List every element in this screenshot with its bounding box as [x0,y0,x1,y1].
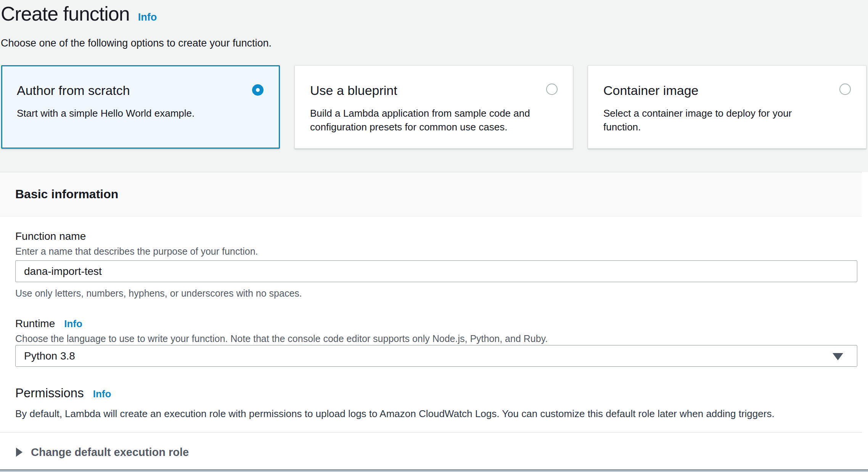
footer-top-edge [0,469,868,472]
runtime-info-link[interactable]: Info [64,318,82,330]
option-card-description: Select a container image to deploy for y… [603,106,851,134]
option-card-use-a-blueprint[interactable]: Use a blueprint Build a Lambda applicati… [294,65,573,149]
option-card-title: Author from scratch [17,83,130,98]
option-card-title: Container image [603,83,698,98]
permissions-description: By default, Lambda will create an execut… [15,408,775,420]
basic-information-title: Basic information [15,187,118,201]
function-name-input[interactable] [15,260,857,282]
option-card-description: Start with a simple Hello World example. [17,106,264,120]
runtime-label: Runtime [15,318,55,330]
function-name-constraint: Use only letters, numbers, hyphens, or u… [15,288,302,299]
option-card-author-from-scratch[interactable]: Author from scratch Start with a simple … [1,65,280,149]
change-default-execution-role-expander[interactable]: Change default execution role [16,445,189,460]
basic-information-panel: Function name Enter a name that describe… [0,217,868,472]
function-name-help: Enter a name that describes the purpose … [15,246,258,257]
permissions-header-row: Permissions Info [15,386,111,400]
triangle-right-icon [16,448,23,457]
creation-option-cards: Author from scratch Start with a simple … [1,65,866,149]
page-subtitle: Choose one of the following options to c… [1,37,272,49]
function-name-label: Function name [15,230,86,242]
basic-information-header: Basic information [0,172,862,217]
radio-container-image[interactable] [839,83,851,95]
permissions-divider [0,432,862,433]
runtime-label-row: Runtime Info [15,318,82,330]
radio-use-a-blueprint[interactable] [546,83,558,95]
option-card-description: Build a Lambda application from sample c… [310,106,558,134]
runtime-select[interactable]: Python 3.8 [15,345,857,367]
page-title-info-link[interactable]: Info [138,11,157,23]
option-card-title: Use a blueprint [310,83,397,98]
top-section: Create function Info Choose one of the f… [0,0,868,172]
option-card-container-image[interactable]: Container image Select a container image… [588,65,866,149]
runtime-help: Choose the language to use to write your… [15,333,548,344]
expander-label: Change default execution role [31,446,189,459]
permissions-info-link[interactable]: Info [93,388,111,400]
page-title: Create function [1,2,130,25]
radio-author-from-scratch[interactable] [252,84,264,96]
runtime-selected-option: Python 3.8 [24,350,75,362]
caret-down-icon [833,353,843,360]
permissions-title: Permissions [15,386,84,400]
page-title-row: Create function Info [1,2,157,25]
